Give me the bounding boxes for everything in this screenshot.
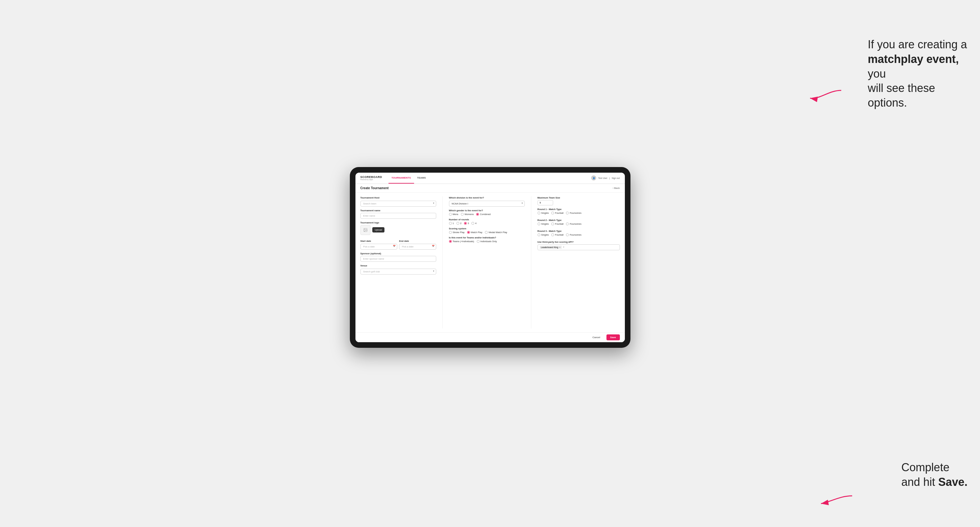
tag-input-caret: ▾ <box>563 246 564 248</box>
venue-input[interactable] <box>360 269 436 275</box>
max-team-size-input[interactable] <box>538 200 553 205</box>
user-name: Test User <box>598 177 608 179</box>
round3-label: Round 3 - Match Type <box>538 230 620 232</box>
rounds-2[interactable]: 2 <box>457 222 461 225</box>
tablet-screen: SCOREBOARD Powered by clippit TOURNAMENT… <box>355 173 625 342</box>
rounds-1-radio <box>449 222 452 225</box>
round1-radio-group: Singles Fourball Foursomes <box>538 212 620 214</box>
round2-fourball[interactable]: Fourball <box>551 222 563 225</box>
tournament-name-group: Tournament name <box>360 209 436 219</box>
round1-singles-label: Singles <box>541 212 549 214</box>
brand-sub: Powered by clippit <box>360 179 382 181</box>
scoring-match[interactable]: Match Play <box>467 231 482 234</box>
division-select[interactable]: NCAA Division I <box>449 201 525 206</box>
save-button[interactable]: Save <box>606 334 620 340</box>
sponsor-input[interactable] <box>360 256 436 262</box>
back-link[interactable]: ‹ Back <box>613 187 620 189</box>
date-group: Start date End date <box>360 238 436 250</box>
rounds-radio-group: 1 2 3 4 <box>449 222 525 225</box>
brand: SCOREBOARD Powered by clippit <box>360 175 382 181</box>
teams-radio <box>449 240 452 243</box>
teams-radio-group: Teams (+Individuals) Individuals Only <box>449 240 525 243</box>
start-date-input[interactable] <box>360 244 398 250</box>
round1-foursomes-label: Foursomes <box>570 212 582 214</box>
round2-fourball-label: Fourball <box>555 222 563 225</box>
individuals-radio-label: Individuals Only <box>480 240 497 243</box>
end-date-input[interactable] <box>399 244 436 250</box>
scoring-radio-group: Stroke Play Match Play Medal Match Play <box>449 231 525 234</box>
round1-singles[interactable]: Singles <box>538 212 549 214</box>
max-team-size-group: Maximum Team Size <box>538 196 620 205</box>
third-party-tag-value: Leaderboard King <box>541 246 558 248</box>
gender-combined[interactable]: Combined <box>476 213 490 216</box>
arrow-save <box>818 490 855 508</box>
third-party-tag: Leaderboard King × <box>540 246 562 249</box>
logo-placeholder <box>360 225 371 235</box>
scoring-medal-label: Medal Match Play <box>488 231 507 234</box>
sponsor-label: Sponsor (optional) <box>360 252 436 255</box>
third-party-tag-close[interactable]: × <box>559 246 561 249</box>
individuals-radio <box>477 240 480 243</box>
round2-singles[interactable]: Singles <box>538 222 549 225</box>
rounds-3-radio <box>464 222 467 225</box>
scoring-stroke-label: Stroke Play <box>453 231 465 234</box>
gender-womens[interactable]: Womens <box>461 213 474 216</box>
nav-teams[interactable]: TEAMS <box>414 173 429 184</box>
end-date-label: End date <box>399 240 409 243</box>
nav-tournaments[interactable]: TOURNAMENTS <box>388 173 414 184</box>
gender-radio-group: Mens Womens Combined <box>449 213 525 216</box>
round2-foursomes-label: Foursomes <box>570 222 582 225</box>
individuals-option[interactable]: Individuals Only <box>477 240 497 243</box>
rounds-3-label: 3 <box>468 222 469 225</box>
round2-singles-radio <box>538 222 540 225</box>
brand-name: SCOREBOARD <box>360 175 382 179</box>
rounds-1[interactable]: 1 <box>449 222 454 225</box>
sign-out-link[interactable]: Sign out <box>612 177 620 179</box>
cancel-button[interactable]: Cancel <box>589 334 604 340</box>
division-group: Which division is the event for? NCAA Di… <box>449 196 525 206</box>
svg-point-3 <box>364 229 365 230</box>
third-party-tag-input[interactable]: Leaderboard King × ▾ <box>538 244 620 250</box>
round3-foursomes-label: Foursomes <box>570 233 582 236</box>
rounds-4-label: 4 <box>475 222 476 225</box>
scoring-stroke[interactable]: Stroke Play <box>449 231 465 234</box>
scoring-medal-radio <box>485 231 488 234</box>
round3-singles[interactable]: Singles <box>538 233 549 236</box>
gender-mens[interactable]: Mens <box>449 213 458 216</box>
round1-singles-radio <box>538 212 540 214</box>
rounds-2-label: 2 <box>460 222 461 225</box>
gender-womens-radio <box>461 213 464 216</box>
nav-items: TOURNAMENTS TEAMS <box>388 173 592 184</box>
round3-singles-label: Singles <box>541 233 549 236</box>
save-annotation-bold: Save. <box>938 476 967 488</box>
round2-radio-group: Singles Fourball Foursomes <box>538 222 620 225</box>
gender-mens-radio <box>449 213 452 216</box>
arrow-match-type <box>807 87 844 106</box>
max-team-size-label: Maximum Team Size <box>538 196 620 199</box>
round1-foursomes[interactable]: Foursomes <box>566 212 582 214</box>
logo-upload-area: Upload <box>360 225 436 235</box>
rounds-1-label: 1 <box>453 222 454 225</box>
page-title: Create Tournament <box>360 186 389 190</box>
navbar: SCOREBOARD Powered by clippit TOURNAMENT… <box>355 173 625 184</box>
gender-womens-label: Womens <box>465 213 474 216</box>
round2-foursomes[interactable]: Foursomes <box>566 222 582 225</box>
gender-combined-radio <box>476 213 479 216</box>
rounds-4[interactable]: 4 <box>471 222 476 225</box>
form-area: Tournament Host Tournament name Tourname… <box>355 193 625 332</box>
round2-match-type: Round 2 - Match Type Singles Fourball <box>538 219 620 225</box>
gender-mens-label: Mens <box>453 213 458 216</box>
teams-option[interactable]: Teams (+Individuals) <box>449 240 474 243</box>
round3-fourball[interactable]: Fourball <box>551 233 563 236</box>
tournament-name-input[interactable] <box>360 213 436 219</box>
rounds-3[interactable]: 3 <box>464 222 469 225</box>
tournament-host-input[interactable] <box>360 201 436 206</box>
round2-foursomes-radio <box>566 222 569 225</box>
tournament-logo-label: Tournament logo <box>360 221 436 224</box>
round1-fourball[interactable]: Fourball <box>551 212 563 214</box>
venue-group: Venue <box>360 264 436 275</box>
annotation-bold-text: matchplay event, <box>868 53 959 65</box>
scoring-medal[interactable]: Medal Match Play <box>485 231 507 234</box>
upload-button[interactable]: Upload <box>372 227 385 232</box>
round3-foursomes[interactable]: Foursomes <box>566 233 582 236</box>
